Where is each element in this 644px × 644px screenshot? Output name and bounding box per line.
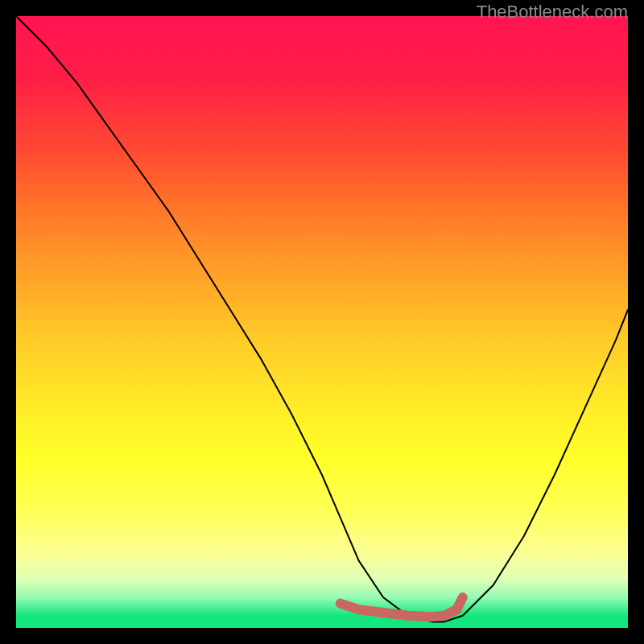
- optimal-zone-line: [341, 597, 463, 617]
- chart-container: TheBottleneck.com: [0, 0, 644, 644]
- watermark-text: TheBottleneck.com: [477, 2, 628, 23]
- chart-svg: [16, 16, 628, 628]
- plot-area: [16, 16, 628, 628]
- bottleneck-curve-line: [16, 16, 628, 621]
